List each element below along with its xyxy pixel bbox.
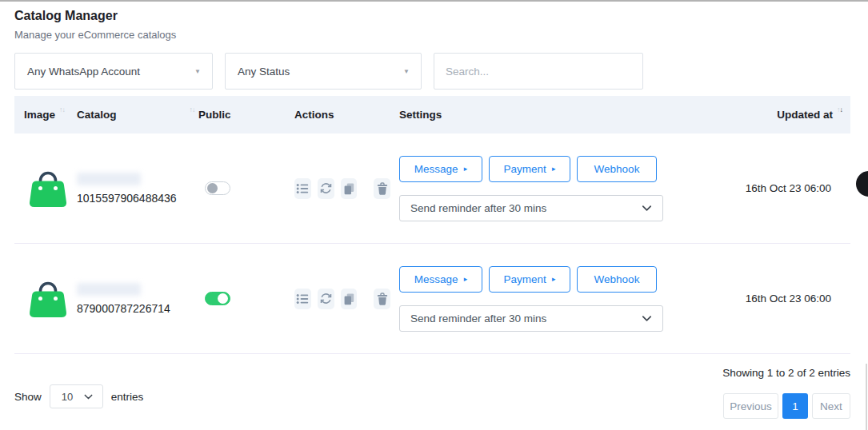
caret-right-icon: ▸ — [552, 276, 556, 283]
list-icon — [296, 182, 309, 195]
column-header-settings: Settings — [390, 109, 680, 121]
column-header-actions: Actions — [294, 109, 390, 121]
status-selected-value: Any Status — [238, 66, 290, 78]
sync-button[interactable] — [318, 289, 334, 309]
current-page-button[interactable]: 1 — [782, 393, 808, 419]
scrollbar[interactable] — [866, 364, 867, 430]
sort-icon[interactable]: ↑↓ — [190, 106, 195, 113]
page-title: Catalog Manager — [14, 8, 850, 24]
reminder-selected-value: Send reminder after 30 mins — [410, 313, 546, 324]
webhook-button[interactable]: Webhook — [577, 156, 657, 182]
delete-button[interactable] — [374, 178, 390, 199]
table-header-row: Image ↑↓ Catalog ↑↓ Public Actions Setti… — [14, 96, 850, 133]
whatsapp-account-selected-value: Any WhatsApp Account — [27, 66, 140, 78]
duplicate-button[interactable] — [341, 178, 358, 199]
table-footer: Show 10 entries Showing 1 to 2 of 2 entr… — [14, 367, 850, 419]
trash-icon — [376, 182, 389, 195]
shopping-bag-icon — [28, 165, 68, 209]
reminder-select[interactable]: Send reminder after 30 mins — [399, 305, 663, 332]
catalog-manager-page: Catalog Manager Manage your eCommerce ca… — [0, 0, 868, 419]
list-icon — [296, 293, 309, 305]
sync-icon — [320, 182, 332, 194]
webhook-button[interactable]: Webhook — [577, 266, 657, 293]
payment-button[interactable]: Payment▸ — [489, 156, 570, 182]
column-header-updated-at[interactable]: Updated at ↑↓ — [680, 109, 850, 121]
toggle-knob — [207, 183, 218, 193]
catalog-id: 879000787226714 — [77, 302, 198, 315]
whatsapp-account-select[interactable]: Any WhatsApp Account ▼ — [14, 53, 213, 90]
chevron-down-icon — [640, 312, 654, 325]
list-items-button[interactable] — [294, 289, 311, 309]
next-page-button[interactable]: Next — [812, 393, 850, 419]
chevron-down-icon — [640, 201, 654, 215]
reminder-selected-value: Send reminder after 30 mins — [410, 202, 546, 214]
column-header-image[interactable]: Image ↑↓ — [14, 109, 77, 121]
catalog-name-redacted — [77, 283, 141, 296]
toggle-knob — [218, 293, 228, 304]
payment-button[interactable]: Payment▸ — [489, 266, 570, 293]
list-items-button[interactable] — [294, 178, 311, 199]
copy-icon — [342, 182, 355, 195]
sync-button[interactable] — [318, 178, 334, 199]
page-size-value: 10 — [62, 391, 73, 403]
table-row: 879000787226714 Message▸ Payment▸ Webhoo… — [14, 244, 850, 354]
caret-right-icon: ▸ — [464, 165, 468, 173]
dropdown-caret-icon: ▼ — [194, 68, 201, 75]
shopping-bag-icon — [28, 276, 68, 319]
catalogs-table: Image ↑↓ Catalog ↑↓ Public Actions Setti… — [14, 96, 850, 354]
search-input[interactable] — [434, 53, 643, 90]
sort-icon[interactable]: ↑↓ — [59, 106, 65, 113]
pagination: Previous 1 Next — [723, 393, 850, 419]
copy-icon — [342, 293, 355, 305]
showing-entries-text: Showing 1 to 2 of 2 entries — [722, 367, 850, 379]
public-toggle[interactable] — [205, 181, 230, 195]
delete-button[interactable] — [374, 289, 390, 309]
column-header-catalog[interactable]: Catalog ↑↓ — [77, 109, 198, 121]
previous-page-button[interactable]: Previous — [723, 393, 778, 419]
sync-icon — [320, 293, 332, 305]
sort-icon[interactable]: ↑↓ — [837, 106, 842, 113]
updated-at-value: 16th Oct 23 06:00 — [746, 293, 831, 305]
message-button[interactable]: Message▸ — [399, 266, 482, 293]
status-select[interactable]: Any Status ▼ — [225, 53, 422, 90]
show-label: Show — [14, 391, 42, 403]
entries-label: entries — [111, 391, 144, 403]
caret-right-icon: ▸ — [464, 276, 468, 283]
table-row: 1015597906488436 Message▸ Payment▸ Webho… — [14, 133, 850, 244]
filter-bar: Any WhatsApp Account ▼ Any Status ▼ — [14, 53, 850, 90]
chevron-down-icon — [82, 391, 94, 403]
message-button[interactable]: Message▸ — [399, 156, 482, 182]
dropdown-caret-icon: ▼ — [403, 68, 410, 75]
caret-right-icon: ▸ — [552, 165, 556, 173]
catalog-name-redacted — [77, 173, 141, 185]
page-subtitle: Manage your eCommerce catalogs — [14, 29, 850, 41]
reminder-select[interactable]: Send reminder after 30 mins — [399, 195, 663, 221]
public-toggle[interactable] — [205, 292, 230, 305]
page-size-select[interactable]: 10 — [50, 384, 103, 408]
duplicate-button[interactable] — [341, 289, 358, 309]
column-header-public: Public — [198, 109, 294, 121]
catalog-id: 1015597906488436 — [77, 192, 198, 205]
updated-at-value: 16th Oct 23 06:00 — [746, 182, 831, 194]
window-top-edge — [0, 0, 868, 2]
trash-icon — [376, 293, 389, 305]
